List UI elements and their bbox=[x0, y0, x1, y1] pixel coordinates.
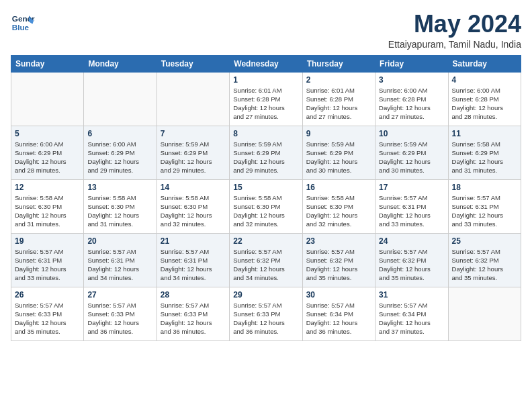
day-number: 12 bbox=[15, 183, 80, 192]
logo: General Blue bbox=[11, 11, 35, 35]
day-number: 16 bbox=[306, 183, 371, 192]
calendar-day-cell: 25Sunrise: 5:57 AM Sunset: 6:32 PM Dayli… bbox=[448, 233, 521, 287]
calendar-day-cell: 2Sunrise: 6:01 AM Sunset: 6:28 PM Daylig… bbox=[302, 72, 375, 126]
calendar-day-cell: 12Sunrise: 5:58 AM Sunset: 6:30 PM Dayli… bbox=[11, 179, 84, 233]
day-number: 9 bbox=[306, 129, 371, 138]
day-info: Sunrise: 5:57 AM Sunset: 6:33 PM Dayligh… bbox=[87, 301, 152, 336]
calendar-day-cell: 3Sunrise: 6:00 AM Sunset: 6:28 PM Daylig… bbox=[375, 72, 448, 126]
calendar-day-cell: 23Sunrise: 5:57 AM Sunset: 6:32 PM Dayli… bbox=[302, 233, 375, 287]
day-number: 11 bbox=[452, 129, 517, 138]
day-info: Sunrise: 6:00 AM Sunset: 6:28 PM Dayligh… bbox=[452, 86, 517, 122]
day-number: 17 bbox=[379, 183, 444, 192]
day-info: Sunrise: 5:58 AM Sunset: 6:30 PM Dayligh… bbox=[87, 193, 152, 229]
calendar-day-cell: 14Sunrise: 5:58 AM Sunset: 6:30 PM Dayli… bbox=[157, 179, 229, 233]
weekday-header-monday: Monday bbox=[84, 55, 157, 72]
day-number: 7 bbox=[161, 129, 226, 138]
day-number: 24 bbox=[379, 236, 444, 246]
weekday-header-saturday: Saturday bbox=[448, 55, 521, 72]
day-number: 8 bbox=[233, 129, 298, 138]
day-number: 21 bbox=[161, 236, 226, 246]
day-number: 2 bbox=[306, 75, 371, 85]
day-number: 18 bbox=[452, 183, 517, 192]
calendar-week-row: 19Sunrise: 5:57 AM Sunset: 6:31 PM Dayli… bbox=[11, 233, 521, 287]
calendar-week-row: 12Sunrise: 5:58 AM Sunset: 6:30 PM Dayli… bbox=[11, 179, 521, 233]
month-title: May 2024 bbox=[388, 11, 521, 38]
calendar-day-cell: 26Sunrise: 5:57 AM Sunset: 6:33 PM Dayli… bbox=[11, 287, 84, 340]
calendar-day-cell: 7Sunrise: 5:59 AM Sunset: 6:29 PM Daylig… bbox=[157, 126, 229, 179]
day-info: Sunrise: 5:58 AM Sunset: 6:30 PM Dayligh… bbox=[161, 193, 226, 229]
calendar-day-cell: 1Sunrise: 6:01 AM Sunset: 6:28 PM Daylig… bbox=[230, 72, 302, 126]
day-number: 29 bbox=[233, 290, 298, 300]
day-number: 15 bbox=[233, 183, 298, 192]
day-number: 30 bbox=[306, 290, 371, 300]
day-number: 23 bbox=[306, 236, 371, 246]
weekday-header-thursday: Thursday bbox=[302, 55, 375, 72]
day-info: Sunrise: 6:00 AM Sunset: 6:28 PM Dayligh… bbox=[379, 86, 444, 122]
weekday-header-wednesday: Wednesday bbox=[230, 55, 302, 72]
day-number: 22 bbox=[233, 236, 298, 246]
day-info: Sunrise: 5:57 AM Sunset: 6:33 PM Dayligh… bbox=[161, 301, 226, 336]
day-info: Sunrise: 5:57 AM Sunset: 6:31 PM Dayligh… bbox=[452, 193, 517, 229]
calendar-day-cell: 9Sunrise: 5:59 AM Sunset: 6:29 PM Daylig… bbox=[302, 126, 375, 179]
calendar-week-row: 26Sunrise: 5:57 AM Sunset: 6:33 PM Dayli… bbox=[11, 287, 521, 340]
calendar-day-cell: 18Sunrise: 5:57 AM Sunset: 6:31 PM Dayli… bbox=[448, 179, 521, 233]
day-number: 26 bbox=[15, 290, 80, 300]
weekday-header-sunday: Sunday bbox=[11, 55, 84, 72]
day-number: 19 bbox=[15, 236, 80, 246]
day-info: Sunrise: 5:57 AM Sunset: 6:32 PM Dayligh… bbox=[306, 247, 371, 283]
calendar-day-cell: 10Sunrise: 5:59 AM Sunset: 6:29 PM Dayli… bbox=[375, 126, 448, 179]
day-info: Sunrise: 5:59 AM Sunset: 6:29 PM Dayligh… bbox=[306, 140, 371, 175]
calendar-day-cell: 29Sunrise: 5:57 AM Sunset: 6:33 PM Dayli… bbox=[230, 287, 302, 340]
calendar-day-cell bbox=[11, 72, 84, 126]
day-info: Sunrise: 6:01 AM Sunset: 6:28 PM Dayligh… bbox=[306, 86, 371, 122]
day-number: 28 bbox=[161, 290, 226, 300]
day-info: Sunrise: 5:58 AM Sunset: 6:30 PM Dayligh… bbox=[15, 193, 80, 229]
day-info: Sunrise: 5:57 AM Sunset: 6:32 PM Dayligh… bbox=[452, 247, 517, 283]
calendar-day-cell: 4Sunrise: 6:00 AM Sunset: 6:28 PM Daylig… bbox=[448, 72, 521, 126]
day-number: 6 bbox=[87, 129, 152, 138]
day-info: Sunrise: 5:57 AM Sunset: 6:34 PM Dayligh… bbox=[379, 301, 444, 336]
calendar-day-cell: 16Sunrise: 5:58 AM Sunset: 6:30 PM Dayli… bbox=[302, 179, 375, 233]
calendar-week-row: 5Sunrise: 6:00 AM Sunset: 6:29 PM Daylig… bbox=[11, 126, 521, 179]
calendar-day-cell: 5Sunrise: 6:00 AM Sunset: 6:29 PM Daylig… bbox=[11, 126, 84, 179]
logo-icon: General Blue bbox=[11, 11, 35, 35]
day-info: Sunrise: 5:59 AM Sunset: 6:29 PM Dayligh… bbox=[161, 140, 226, 175]
day-info: Sunrise: 5:58 AM Sunset: 6:30 PM Dayligh… bbox=[233, 193, 298, 229]
calendar-day-cell bbox=[84, 72, 157, 126]
day-number: 10 bbox=[379, 129, 444, 138]
calendar-day-cell: 19Sunrise: 5:57 AM Sunset: 6:31 PM Dayli… bbox=[11, 233, 84, 287]
weekday-header-tuesday: Tuesday bbox=[157, 55, 229, 72]
calendar-day-cell: 24Sunrise: 5:57 AM Sunset: 6:32 PM Dayli… bbox=[375, 233, 448, 287]
day-info: Sunrise: 5:57 AM Sunset: 6:31 PM Dayligh… bbox=[379, 193, 444, 229]
calendar-day-cell: 6Sunrise: 6:00 AM Sunset: 6:29 PM Daylig… bbox=[84, 126, 157, 179]
day-info: Sunrise: 5:58 AM Sunset: 6:30 PM Dayligh… bbox=[306, 193, 371, 229]
day-number: 14 bbox=[161, 183, 226, 192]
day-number: 25 bbox=[452, 236, 517, 246]
day-number: 5 bbox=[15, 129, 80, 138]
weekday-header-row: SundayMondayTuesdayWednesdayThursdayFrid… bbox=[11, 55, 521, 72]
calendar-day-cell: 27Sunrise: 5:57 AM Sunset: 6:33 PM Dayli… bbox=[84, 287, 157, 340]
calendar-day-cell: 17Sunrise: 5:57 AM Sunset: 6:31 PM Dayli… bbox=[375, 179, 448, 233]
calendar-day-cell: 11Sunrise: 5:58 AM Sunset: 6:29 PM Dayli… bbox=[448, 126, 521, 179]
calendar-day-cell bbox=[157, 72, 229, 126]
weekday-header-friday: Friday bbox=[375, 55, 448, 72]
calendar-day-cell: 28Sunrise: 5:57 AM Sunset: 6:33 PM Dayli… bbox=[157, 287, 229, 340]
day-info: Sunrise: 5:59 AM Sunset: 6:29 PM Dayligh… bbox=[233, 140, 298, 175]
location: Ettaiyapuram, Tamil Nadu, India bbox=[388, 39, 521, 50]
calendar-day-cell: 13Sunrise: 5:58 AM Sunset: 6:30 PM Dayli… bbox=[84, 179, 157, 233]
day-info: Sunrise: 5:57 AM Sunset: 6:33 PM Dayligh… bbox=[233, 301, 298, 336]
svg-text:Blue: Blue bbox=[12, 23, 30, 32]
title-block: May 2024 Ettaiyapuram, Tamil Nadu, India bbox=[388, 11, 521, 50]
calendar-day-cell: 8Sunrise: 5:59 AM Sunset: 6:29 PM Daylig… bbox=[230, 126, 302, 179]
day-number: 27 bbox=[87, 290, 152, 300]
calendar-day-cell: 20Sunrise: 5:57 AM Sunset: 6:31 PM Dayli… bbox=[84, 233, 157, 287]
day-number: 31 bbox=[379, 290, 444, 300]
day-number: 20 bbox=[87, 236, 152, 246]
day-info: Sunrise: 5:57 AM Sunset: 6:32 PM Dayligh… bbox=[233, 247, 298, 283]
day-info: Sunrise: 6:00 AM Sunset: 6:29 PM Dayligh… bbox=[15, 140, 80, 175]
day-info: Sunrise: 6:00 AM Sunset: 6:29 PM Dayligh… bbox=[87, 140, 152, 175]
day-info: Sunrise: 5:58 AM Sunset: 6:29 PM Dayligh… bbox=[452, 140, 517, 175]
day-number: 4 bbox=[452, 75, 517, 85]
day-number: 1 bbox=[233, 75, 298, 85]
day-info: Sunrise: 5:57 AM Sunset: 6:31 PM Dayligh… bbox=[87, 247, 152, 283]
